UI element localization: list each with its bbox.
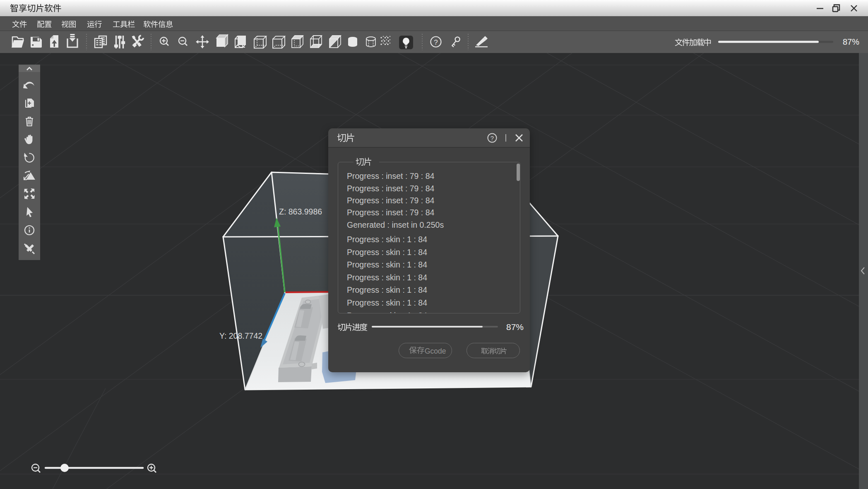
svg-text:87%: 87% [843, 37, 859, 46]
svg-text:?: ? [434, 39, 438, 46]
svg-text:Z: 863.9986: Z: 863.9986 [279, 207, 322, 216]
svg-text:?: ? [491, 135, 494, 142]
svg-text:Y: 208.7742: Y: 208.7742 [219, 331, 262, 340]
